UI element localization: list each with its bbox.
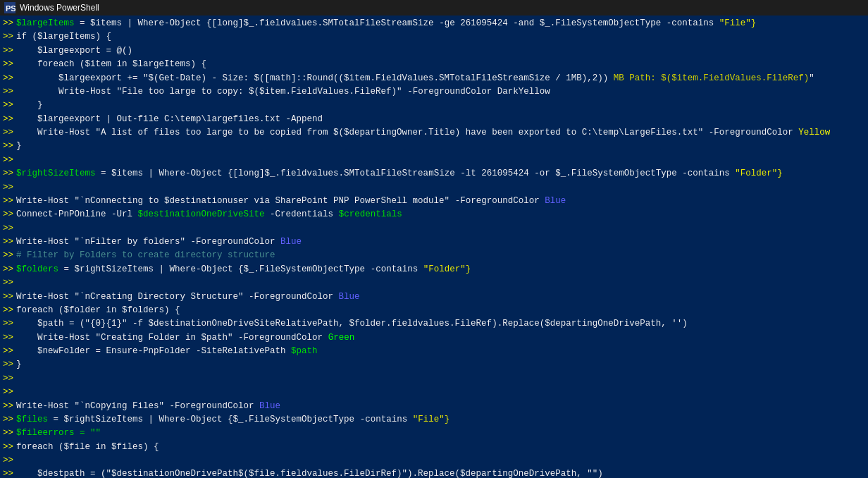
code-segment: Connect-PnPOnline (16, 208, 111, 221)
code-segment: "File too large to copy: $($item.FieldVa… (117, 85, 402, 99)
code-segment: $path (291, 345, 318, 358)
code-segment: {$_.FileSystemObjectType (223, 413, 360, 427)
code-segment: $_.FileSystemObjectType (534, 17, 666, 30)
terminal[interactable]: >>$largeItems = $items | Where-Object {[… (0, 16, 868, 478)
prompt: >> (3, 372, 13, 386)
code-segment: "File"} (407, 413, 450, 427)
code-segment: -SiteRelativePath (191, 345, 292, 358)
terminal-line: >>$rightSizeItems = $items | Where-Objec… (3, 167, 865, 180)
terminal-line: >> } (3, 99, 865, 112)
terminal-line: >> $largeexport = @() (3, 44, 865, 58)
code-segment: $largeexport += "$(Get-Date) - Size: $([… (16, 72, 614, 85)
code-segment: } (16, 358, 22, 372)
prompt: >> (3, 345, 13, 358)
code-segment: $_.FileSystemObjectType (550, 167, 683, 180)
prompt: >> (3, 154, 13, 167)
code-segment: Blue (259, 400, 280, 413)
prompt: >> (3, 304, 13, 317)
prompt: >> (3, 58, 13, 71)
terminal-line: >> (3, 276, 865, 290)
code-segment: -ForegroundColor (703, 126, 798, 140)
prompt: >> (3, 17, 13, 30)
code-segment: $largeexport | Out-file C:\temp\largefil… (16, 113, 286, 126)
terminal-line: >>} (3, 358, 865, 372)
code-segment: {$_.FileSystemObjectType (233, 263, 371, 276)
code-segment: -ForegroundColor (450, 195, 545, 208)
terminal-line: >>Connect-PnPOnline -Url $destinationOne… (3, 208, 865, 221)
terminal-line: >> Write-Host "A list of files too large… (3, 126, 865, 140)
code-segment: Yellow (798, 126, 830, 140)
terminal-line: >>foreach ($file in $files) { (3, 441, 865, 454)
terminal-line: >>} (3, 140, 865, 153)
code-segment: "Folder"} (418, 263, 471, 276)
prompt: >> (3, 195, 13, 208)
prompt: >> (3, 467, 13, 478)
svg-text:PS: PS (6, 4, 16, 13)
code-segment: -ForegroundColor (244, 290, 339, 304)
code-segment: MB Path: $($item.FieldValues.FileRef) (614, 72, 810, 85)
terminal-line: >>Write-Host "`nCopying Files" -Foregrou… (3, 400, 865, 413)
prompt: >> (3, 85, 13, 99)
code-segment: Ensure-PnpFolder (106, 345, 191, 358)
code-segment: " (809, 72, 814, 85)
prompt: >> (3, 263, 13, 276)
prompt: >> (3, 427, 13, 440)
code-segment: $fileerrors = "" (16, 427, 101, 440)
code-segment: "`nCreating Directory Structure" (75, 290, 244, 304)
terminal-line: >> $largeexport += "$(Get-Date) - Size: … (3, 72, 865, 85)
prompt: >> (3, 30, 13, 44)
code-segment: = $items | (75, 17, 138, 30)
terminal-line: >># Filter by Folders to create director… (3, 249, 865, 262)
code-segment: "File"} (714, 17, 756, 30)
code-segment: } (16, 140, 22, 153)
code-segment: -ForegroundColor (185, 235, 280, 249)
code-segment: -Append (286, 113, 323, 126)
code-segment: Blue (545, 195, 566, 208)
code-segment: Write-Host (16, 331, 96, 345)
terminal-line: >>$largeItems = $items | Where-Object {[… (3, 17, 865, 30)
terminal-line: >> (3, 372, 865, 386)
code-segment: -or (534, 167, 550, 180)
code-segment: = $items | (96, 167, 159, 180)
code-segment: -Credentials (265, 208, 339, 221)
code-segment: -contains (360, 413, 408, 427)
code-segment: = $rightSizeItems | (58, 263, 170, 276)
titlebar-title: Windows PowerShell (20, 3, 99, 13)
code-segment: if ($largeItems) { (16, 30, 111, 44)
prompt: >> (3, 454, 13, 467)
prompt: >> (3, 72, 13, 85)
code-segment: $destpath = ("$destinationOneDrivePath$(… (16, 467, 603, 478)
prompt: >> (3, 235, 13, 249)
code-segment: } (16, 99, 43, 112)
terminal-line: >>if ($largeItems) { (3, 30, 865, 44)
terminal-line: >>$files = $rightSizeItems | Where-Objec… (3, 413, 865, 427)
terminal-line: >> Write-Host "File too large to copy: $… (3, 85, 865, 99)
terminal-line: >>Write-Host "`nCreating Directory Struc… (3, 290, 865, 304)
code-segment: = $rightSizeItems | (48, 413, 159, 427)
code-segment: "A list of files too large to be copied … (96, 126, 704, 140)
prompt: >> (3, 140, 13, 153)
code-segment: -and (513, 17, 534, 30)
code-segment: -ForegroundColor (233, 331, 328, 345)
prompt: >> (3, 99, 13, 112)
prompt: >> (3, 222, 13, 235)
code-segment: Write-Host (16, 290, 75, 304)
prompt: >> (3, 441, 13, 454)
code-segment: "Folder"} (730, 167, 783, 180)
code-segment: Blue (339, 290, 360, 304)
code-segment: {[long]$_.fieldvalues.SMTotalFileStreamS… (223, 167, 461, 180)
code-segment: foreach ($folder in $folders) { (16, 304, 180, 317)
prompt: >> (3, 413, 13, 427)
code-segment: Green (328, 331, 355, 345)
code-segment: "Creating Folder in $path" (96, 331, 233, 345)
code-segment: Write-Host (16, 195, 75, 208)
terminal-line: >> (3, 386, 865, 399)
prompt: >> (3, 331, 13, 345)
code-segment: $newFolder = (16, 345, 106, 358)
code-segment: $rightSizeItems (16, 167, 96, 180)
prompt: >> (3, 276, 13, 290)
code-segment: "`nFilter by folders" (75, 235, 186, 249)
prompt: >> (3, 208, 13, 221)
prompt: >> (3, 249, 13, 262)
prompt: >> (3, 44, 13, 58)
